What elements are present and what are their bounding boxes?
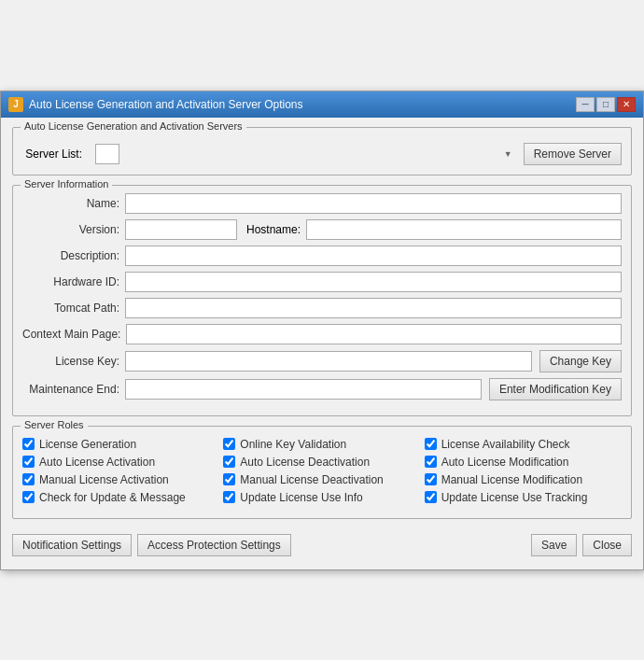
tomcat-path-input[interactable] — [125, 298, 622, 318]
server-roles-group-title: Server Roles — [21, 419, 88, 430]
checkbox-label-lic_avail_check[interactable]: License Availability Check — [441, 438, 570, 451]
checkbox-item-check_update: Check for Update & Message — [22, 491, 219, 504]
checkbox-manual_lic_mod[interactable] — [425, 473, 437, 485]
name-input[interactable] — [125, 193, 622, 214]
checkbox-label-online_key_val[interactable]: Online Key Validation — [240, 438, 346, 451]
checkbox-label-manual_lic_mod[interactable]: Manual License Modification — [441, 473, 582, 486]
version-hostname-row: Version: Hostname: — [22, 219, 622, 240]
checkbox-check_update[interactable] — [22, 491, 35, 503]
checkbox-label-check_update[interactable]: Check for Update & Message — [39, 491, 186, 504]
checkbox-item-license_gen: License Generation — [22, 438, 219, 451]
version-label: Version: — [22, 223, 125, 236]
license-key-label: License Key: — [22, 355, 125, 368]
notification-settings-button[interactable]: Notification Settings — [12, 534, 132, 556]
checkbox-item-online_key_val: Online Key Validation — [223, 438, 420, 451]
hardware-id-input[interactable] — [125, 272, 622, 292]
main-window: J Auto License Generation and Activation… — [0, 91, 644, 570]
checkbox-item-manual_lic_act: Manual License Activation — [22, 473, 219, 486]
checkbox-item-manual_lic_mod: Manual License Modification — [425, 473, 622, 486]
maintenance-end-input[interactable] — [125, 379, 482, 400]
content-area: Auto License Generation and Activation S… — [1, 118, 643, 569]
checkbox-item-auto_lic_mod: Auto License Modification — [425, 456, 622, 469]
change-key-button[interactable]: Change Key — [539, 350, 622, 372]
name-label: Name: — [22, 197, 125, 210]
maximize-button[interactable]: □ — [596, 97, 615, 112]
maintenance-end-label: Maintenance End: — [22, 383, 125, 396]
license-key-row: License Key: Change Key — [22, 350, 622, 372]
checkbox-label-manual_lic_act[interactable]: Manual License Activation — [39, 473, 169, 486]
checkbox-item-update_lic_tracking: Update License Use Tracking — [425, 491, 622, 504]
checkbox-label-update_lic_tracking[interactable]: Update License Use Tracking — [441, 491, 588, 504]
server-roles-col2: Online Key ValidationAuto License Deacti… — [223, 438, 420, 509]
checkbox-label-license_gen[interactable]: License Generation — [39, 438, 136, 451]
name-row: Name: — [22, 193, 622, 214]
checkbox-auto_lic_mod[interactable] — [425, 456, 437, 468]
server-roles-group-box: Server Roles License GenerationAuto Lice… — [12, 426, 632, 519]
checkbox-lic_avail_check[interactable] — [425, 438, 437, 450]
checkbox-manual_lic_act[interactable] — [22, 473, 35, 485]
server-info-group-title: Server Information — [21, 178, 112, 190]
checkbox-label-auto_lic_mod[interactable]: Auto License Modification — [441, 456, 569, 469]
maintenance-end-row: Maintenance End: Enter Modification Key — [22, 378, 622, 400]
checkbox-manual_lic_deact[interactable] — [223, 473, 235, 485]
hardware-id-row: Hardware ID: — [22, 272, 622, 292]
hostname-input[interactable] — [306, 219, 622, 240]
context-main-page-input[interactable] — [126, 324, 622, 344]
access-protection-settings-button[interactable]: Access Protection Settings — [137, 534, 291, 556]
server-list-select[interactable] — [95, 144, 119, 164]
server-roles-col1: License GenerationAuto License Activatio… — [22, 438, 219, 509]
checkbox-item-auto_lic_deact: Auto License Deactivation — [223, 456, 420, 469]
checkbox-update_lic_tracking[interactable] — [425, 491, 437, 503]
checkbox-auto_lic_act[interactable] — [22, 456, 35, 468]
titlebar: J Auto License Generation and Activation… — [1, 91, 643, 118]
save-button[interactable]: Save — [531, 534, 577, 556]
server-roles-col3: License Availability CheckAuto License M… — [425, 438, 622, 509]
footer-right: Save Close — [531, 534, 632, 556]
license-key-input[interactable] — [125, 351, 532, 372]
minimize-button[interactable]: ─ — [576, 97, 595, 112]
checkbox-item-auto_lic_act: Auto License Activation — [22, 456, 219, 469]
remove-server-button[interactable]: Remove Server — [524, 143, 622, 165]
hostname-label: Hostname: — [237, 223, 306, 236]
description-input[interactable] — [125, 246, 622, 266]
app-icon: J — [8, 97, 23, 112]
checkbox-label-auto_lic_act[interactable]: Auto License Activation — [39, 456, 155, 469]
context-main-page-row: Context Main Page: — [22, 324, 622, 344]
server-list-select-wrapper — [95, 144, 516, 164]
checkbox-item-update_lic_use: Update License Use Info — [223, 491, 420, 504]
checkbox-item-lic_avail_check: License Availability Check — [425, 438, 622, 451]
footer-left: Notification Settings Access Protection … — [12, 534, 291, 556]
enter-modification-key-button[interactable]: Enter Modification Key — [489, 378, 622, 400]
server-roles-columns: License GenerationAuto License Activatio… — [22, 434, 622, 509]
server-group-box: Auto License Generation and Activation S… — [12, 127, 632, 176]
titlebar-left: J Auto License Generation and Activation… — [8, 97, 303, 112]
titlebar-controls: ─ □ ✕ — [576, 97, 636, 112]
server-group-title: Auto License Generation and Activation S… — [21, 120, 246, 132]
checkbox-label-update_lic_use[interactable]: Update License Use Info — [240, 491, 362, 504]
checkbox-auto_lic_deact[interactable] — [223, 456, 235, 468]
checkbox-item-manual_lic_deact: Manual License Deactivation — [223, 473, 420, 486]
close-button[interactable]: Close — [582, 534, 632, 556]
context-main-page-label: Context Main Page: — [22, 328, 126, 341]
description-label: Description: — [22, 249, 125, 262]
footer-row: Notification Settings Access Protection … — [12, 528, 632, 560]
server-list-row: Server List: Remove Server — [22, 135, 622, 165]
checkbox-label-manual_lic_deact[interactable]: Manual License Deactivation — [240, 473, 383, 486]
window-title: Auto License Generation and Activation S… — [29, 98, 303, 111]
hardware-id-label: Hardware ID: — [22, 275, 125, 288]
tomcat-path-label: Tomcat Path: — [22, 302, 125, 315]
server-info-group-box: Server Information Name: Version: Hostna… — [12, 185, 632, 416]
checkbox-license_gen[interactable] — [22, 438, 35, 450]
close-window-button[interactable]: ✕ — [617, 97, 636, 112]
description-row: Description: — [22, 246, 622, 266]
server-list-label: Server List: — [22, 147, 88, 161]
checkbox-online_key_val[interactable] — [223, 438, 235, 450]
checkbox-label-auto_lic_deact[interactable]: Auto License Deactivation — [240, 456, 370, 469]
tomcat-path-row: Tomcat Path: — [22, 298, 622, 318]
version-input[interactable] — [125, 219, 237, 240]
checkbox-update_lic_use[interactable] — [223, 491, 235, 503]
